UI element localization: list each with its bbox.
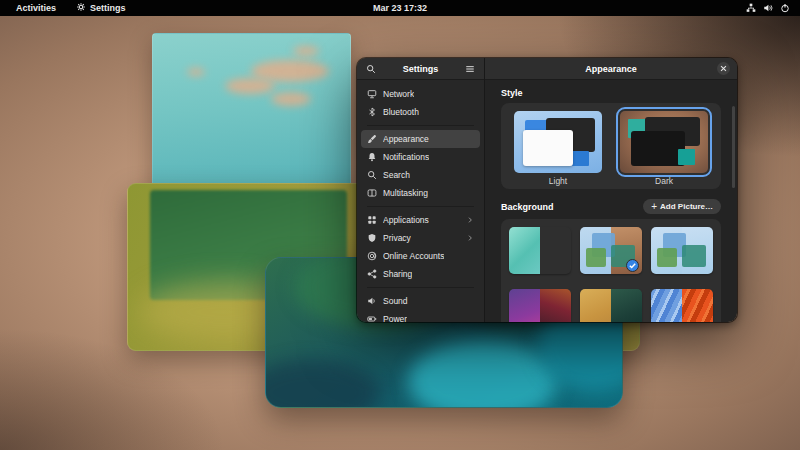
sidebar-item-search[interactable]: Search [361, 166, 480, 184]
page-scrollbar[interactable] [732, 106, 735, 188]
style-preview-dark [620, 111, 708, 173]
sidebar-separator [367, 206, 474, 207]
sidebar-item-notifications[interactable]: Notifications [361, 148, 480, 166]
sidebar-item-network[interactable]: Network [361, 85, 480, 103]
privacy-icon [367, 233, 377, 243]
page-headerbar: Appearance [485, 58, 737, 80]
appearance-page: Appearance Style Light [485, 58, 737, 322]
sidebar-list: Network Bluetooth Appearance [357, 80, 484, 322]
search-button[interactable] [363, 61, 379, 77]
gear-icon [76, 2, 86, 14]
menu-button[interactable] [462, 61, 478, 77]
online-accounts-icon [367, 251, 377, 261]
activities-button[interactable]: Activities [8, 2, 64, 14]
chevron-right-icon [466, 234, 474, 242]
add-picture-button[interactable]: + Add Picture… [643, 199, 721, 214]
power-icon [367, 314, 377, 322]
sidebar-item-multitasking[interactable]: Multitasking [361, 184, 480, 202]
page-content: Style Light Dark [485, 80, 737, 322]
sidebar-separator [367, 287, 474, 288]
clock[interactable]: Mar 23 17:32 [365, 2, 435, 14]
wallpaper-thumbnail-magenta-maroon[interactable] [509, 289, 571, 323]
app-menu-label: Settings [90, 3, 126, 13]
style-option-dark[interactable]: Dark [620, 111, 708, 189]
sidebar-item-bluetooth[interactable]: Bluetooth [361, 103, 480, 121]
style-preview-light [514, 111, 602, 173]
selected-check-icon [626, 258, 639, 271]
applications-icon [367, 215, 377, 225]
power-icon [780, 3, 790, 13]
sidebar-item-sharing[interactable]: Sharing [361, 265, 480, 283]
style-option-label: Dark [655, 176, 673, 186]
appearance-icon [367, 134, 377, 144]
notifications-icon [367, 152, 377, 162]
wallpaper-thumbnail-brush-strokes[interactable] [651, 289, 713, 323]
sound-icon [367, 296, 377, 306]
style-option-light[interactable]: Light [514, 111, 602, 189]
settings-sidebar: Settings Network [357, 58, 485, 322]
search-icon [367, 170, 377, 180]
style-option-label: Light [549, 176, 567, 186]
sidebar-item-power[interactable]: Power [361, 310, 480, 322]
volume-icon [763, 3, 773, 13]
network-icon [367, 89, 377, 99]
page-title: Appearance [485, 64, 737, 74]
bluetooth-icon [367, 107, 377, 117]
sharing-icon [367, 269, 377, 279]
background-heading-row: Background + Add Picture… [501, 199, 721, 214]
wallpaper-shape-sky [152, 33, 351, 196]
desktop: Activities Settings Mar 23 17:32 [0, 0, 800, 450]
sidebar-headerbar: Settings [357, 58, 484, 80]
sidebar-item-applications[interactable]: Applications [361, 211, 480, 229]
sidebar-item-online-accounts[interactable]: Online Accounts [361, 247, 480, 265]
app-menu-button[interactable]: Settings [68, 1, 134, 15]
plus-icon: + [651, 204, 657, 210]
close-icon [720, 65, 727, 72]
sidebar-item-privacy[interactable]: Privacy [361, 229, 480, 247]
background-card [501, 219, 721, 322]
close-button[interactable] [717, 62, 730, 75]
wallpaper-thumbnail-teal-purple[interactable] [509, 227, 571, 274]
settings-window: Settings Network [357, 58, 737, 322]
style-heading: Style [501, 88, 721, 98]
add-picture-label: Add Picture… [660, 202, 713, 211]
top-bar: Activities Settings Mar 23 17:32 [0, 0, 800, 16]
chevron-right-icon [466, 216, 474, 224]
wallpaper-thumbnail-blobs-light[interactable] [651, 227, 713, 274]
sidebar-item-appearance[interactable]: Appearance [361, 130, 480, 148]
system-status-area[interactable] [746, 3, 800, 13]
style-card: Light Dark [501, 103, 721, 189]
wallpaper-thumbnail-gold-forest[interactable] [580, 289, 642, 323]
sidebar-title: Settings [379, 64, 462, 74]
sidebar-item-sound[interactable]: Sound [361, 292, 480, 310]
background-heading: Background [501, 202, 554, 212]
network-icon [746, 3, 756, 13]
multitasking-icon [367, 188, 377, 198]
sidebar-separator [367, 125, 474, 126]
wallpaper-thumbnail-blobs-split-selected[interactable] [580, 227, 642, 274]
